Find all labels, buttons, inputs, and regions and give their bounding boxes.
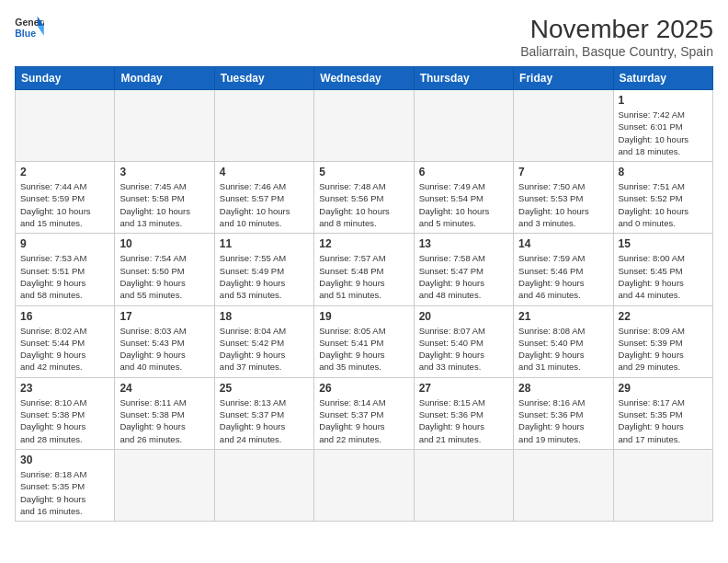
logo: General Blue bbox=[15, 15, 44, 40]
day-number: 23 bbox=[20, 382, 109, 395]
day-info: Sunrise: 8:00 AMSunset: 5:45 PMDaylight:… bbox=[619, 252, 708, 301]
day-info: Sunrise: 8:08 AMSunset: 5:40 PMDaylight:… bbox=[518, 325, 608, 373]
calendar-cell bbox=[214, 90, 313, 162]
day-number: 24 bbox=[119, 382, 209, 395]
calendar-cell: 2Sunrise: 7:44 AMSunset: 5:59 PMDaylight… bbox=[16, 162, 115, 234]
calendar-week-2: 2Sunrise: 7:44 AMSunset: 5:59 PMDaylight… bbox=[16, 162, 713, 234]
calendar-cell: 16Sunrise: 8:02 AMSunset: 5:44 PMDayligh… bbox=[16, 305, 115, 377]
day-number: 6 bbox=[419, 166, 508, 178]
calendar-cell bbox=[314, 90, 414, 162]
day-number: 14 bbox=[518, 237, 608, 250]
day-info: Sunrise: 8:09 AMSunset: 5:39 PMDaylight:… bbox=[619, 325, 708, 373]
day-number: 3 bbox=[119, 166, 209, 178]
calendar-cell bbox=[16, 90, 115, 162]
day-info: Sunrise: 8:02 AMSunset: 5:44 PMDaylight:… bbox=[20, 325, 109, 373]
day-number: 9 bbox=[20, 237, 109, 250]
day-number: 22 bbox=[619, 310, 708, 323]
calendar-cell bbox=[115, 449, 214, 521]
day-info: Sunrise: 8:10 AMSunset: 5:38 PMDaylight:… bbox=[20, 396, 109, 445]
calendar-cell: 22Sunrise: 8:09 AMSunset: 5:39 PMDayligh… bbox=[613, 305, 712, 377]
calendar-cell: 5Sunrise: 7:48 AMSunset: 5:56 PMDaylight… bbox=[314, 162, 414, 234]
calendar-cell bbox=[613, 449, 712, 521]
day-number: 20 bbox=[419, 310, 508, 323]
calendar-cell: 12Sunrise: 7:57 AMSunset: 5:48 PMDayligh… bbox=[314, 234, 414, 305]
day-info: Sunrise: 7:57 AMSunset: 5:48 PMDaylight:… bbox=[319, 252, 408, 301]
calendar-cell: 30Sunrise: 8:18 AMSunset: 5:35 PMDayligh… bbox=[16, 449, 115, 521]
day-number: 25 bbox=[220, 382, 309, 395]
day-info: Sunrise: 8:16 AMSunset: 5:36 PMDaylight:… bbox=[518, 396, 608, 445]
day-number: 5 bbox=[319, 166, 408, 178]
calendar-cell bbox=[214, 449, 313, 521]
day-number: 18 bbox=[220, 310, 309, 323]
day-info: Sunrise: 8:14 AMSunset: 5:37 PMDaylight:… bbox=[319, 396, 408, 445]
calendar-cell: 20Sunrise: 8:07 AMSunset: 5:40 PMDayligh… bbox=[414, 305, 513, 377]
weekday-header-monday: Monday bbox=[115, 67, 214, 90]
day-info: Sunrise: 7:50 AMSunset: 5:53 PMDaylight:… bbox=[518, 180, 608, 229]
calendar-cell: 13Sunrise: 7:58 AMSunset: 5:47 PMDayligh… bbox=[414, 234, 513, 305]
calendar-cell: 6Sunrise: 7:49 AMSunset: 5:54 PMDaylight… bbox=[414, 162, 513, 234]
logo-icon: General Blue bbox=[15, 15, 44, 40]
location-subtitle: Baliarrain, Basque Country, Spain bbox=[520, 44, 713, 59]
calendar-cell: 25Sunrise: 8:13 AMSunset: 5:37 PMDayligh… bbox=[214, 377, 313, 449]
day-number: 1 bbox=[619, 94, 708, 107]
day-info: Sunrise: 8:05 AMSunset: 5:41 PMDaylight:… bbox=[319, 325, 408, 373]
day-info: Sunrise: 7:45 AMSunset: 5:58 PMDaylight:… bbox=[119, 180, 209, 229]
calendar-cell: 8Sunrise: 7:51 AMSunset: 5:52 PMDaylight… bbox=[613, 162, 712, 234]
calendar-cell bbox=[414, 90, 513, 162]
calendar-week-6: 30Sunrise: 8:18 AMSunset: 5:35 PMDayligh… bbox=[16, 449, 713, 521]
day-number: 19 bbox=[319, 310, 408, 323]
title-block: November 2025 Baliarrain, Basque Country… bbox=[520, 15, 713, 59]
calendar-cell: 14Sunrise: 7:59 AMSunset: 5:46 PMDayligh… bbox=[514, 234, 613, 305]
day-info: Sunrise: 7:55 AMSunset: 5:49 PMDaylight:… bbox=[220, 252, 309, 301]
calendar-cell: 9Sunrise: 7:53 AMSunset: 5:51 PMDaylight… bbox=[16, 234, 115, 305]
day-number: 28 bbox=[518, 382, 608, 395]
calendar-cell: 15Sunrise: 8:00 AMSunset: 5:45 PMDayligh… bbox=[613, 234, 712, 305]
day-number: 2 bbox=[20, 166, 109, 178]
calendar-cell: 21Sunrise: 8:08 AMSunset: 5:40 PMDayligh… bbox=[514, 305, 613, 377]
calendar-cell: 19Sunrise: 8:05 AMSunset: 5:41 PMDayligh… bbox=[314, 305, 414, 377]
day-info: Sunrise: 7:54 AMSunset: 5:50 PMDaylight:… bbox=[119, 252, 209, 301]
day-number: 7 bbox=[518, 166, 608, 178]
day-info: Sunrise: 7:46 AMSunset: 5:57 PMDaylight:… bbox=[220, 180, 309, 229]
calendar-cell: 27Sunrise: 8:15 AMSunset: 5:36 PMDayligh… bbox=[414, 377, 513, 449]
day-number: 11 bbox=[220, 237, 309, 250]
weekday-header-friday: Friday bbox=[514, 67, 613, 90]
calendar-week-4: 16Sunrise: 8:02 AMSunset: 5:44 PMDayligh… bbox=[16, 305, 713, 377]
calendar-cell: 24Sunrise: 8:11 AMSunset: 5:38 PMDayligh… bbox=[115, 377, 214, 449]
day-info: Sunrise: 7:48 AMSunset: 5:56 PMDaylight:… bbox=[319, 180, 408, 229]
weekday-header-thursday: Thursday bbox=[414, 67, 513, 90]
calendar-cell: 17Sunrise: 8:03 AMSunset: 5:43 PMDayligh… bbox=[115, 305, 214, 377]
day-info: Sunrise: 8:07 AMSunset: 5:40 PMDaylight:… bbox=[419, 325, 508, 373]
day-info: Sunrise: 7:51 AMSunset: 5:52 PMDaylight:… bbox=[619, 180, 708, 229]
calendar-cell: 26Sunrise: 8:14 AMSunset: 5:37 PMDayligh… bbox=[314, 377, 414, 449]
month-title: November 2025 bbox=[520, 15, 713, 44]
day-info: Sunrise: 8:03 AMSunset: 5:43 PMDaylight:… bbox=[119, 325, 209, 373]
day-info: Sunrise: 7:44 AMSunset: 5:59 PMDaylight:… bbox=[20, 180, 109, 229]
calendar-cell: 28Sunrise: 8:16 AMSunset: 5:36 PMDayligh… bbox=[514, 377, 613, 449]
day-info: Sunrise: 7:42 AMSunset: 6:01 PMDaylight:… bbox=[619, 109, 708, 157]
day-info: Sunrise: 8:15 AMSunset: 5:36 PMDaylight:… bbox=[419, 396, 508, 445]
calendar-cell bbox=[514, 90, 613, 162]
calendar-cell: 29Sunrise: 8:17 AMSunset: 5:35 PMDayligh… bbox=[613, 377, 712, 449]
weekday-header-row: SundayMondayTuesdayWednesdayThursdayFrid… bbox=[16, 67, 713, 90]
day-number: 26 bbox=[319, 382, 408, 395]
day-number: 8 bbox=[619, 166, 708, 178]
calendar-table: SundayMondayTuesdayWednesdayThursdayFrid… bbox=[15, 66, 713, 522]
calendar-cell: 1Sunrise: 7:42 AMSunset: 6:01 PMDaylight… bbox=[613, 90, 712, 162]
day-number: 12 bbox=[319, 237, 408, 250]
day-info: Sunrise: 7:59 AMSunset: 5:46 PMDaylight:… bbox=[518, 252, 608, 301]
day-info: Sunrise: 7:49 AMSunset: 5:54 PMDaylight:… bbox=[419, 180, 508, 229]
calendar-cell: 18Sunrise: 8:04 AMSunset: 5:42 PMDayligh… bbox=[214, 305, 313, 377]
day-info: Sunrise: 8:13 AMSunset: 5:37 PMDaylight:… bbox=[220, 396, 309, 445]
calendar-cell: 7Sunrise: 7:50 AMSunset: 5:53 PMDaylight… bbox=[514, 162, 613, 234]
calendar-cell: 4Sunrise: 7:46 AMSunset: 5:57 PMDaylight… bbox=[214, 162, 313, 234]
calendar-cell: 10Sunrise: 7:54 AMSunset: 5:50 PMDayligh… bbox=[115, 234, 214, 305]
day-number: 16 bbox=[20, 310, 109, 323]
weekday-header-sunday: Sunday bbox=[16, 67, 115, 90]
calendar-cell bbox=[414, 449, 513, 521]
calendar-cell bbox=[314, 449, 414, 521]
calendar-cell bbox=[115, 90, 214, 162]
calendar-week-3: 9Sunrise: 7:53 AMSunset: 5:51 PMDaylight… bbox=[16, 234, 713, 305]
calendar-cell bbox=[514, 449, 613, 521]
day-info: Sunrise: 8:11 AMSunset: 5:38 PMDaylight:… bbox=[119, 396, 209, 445]
